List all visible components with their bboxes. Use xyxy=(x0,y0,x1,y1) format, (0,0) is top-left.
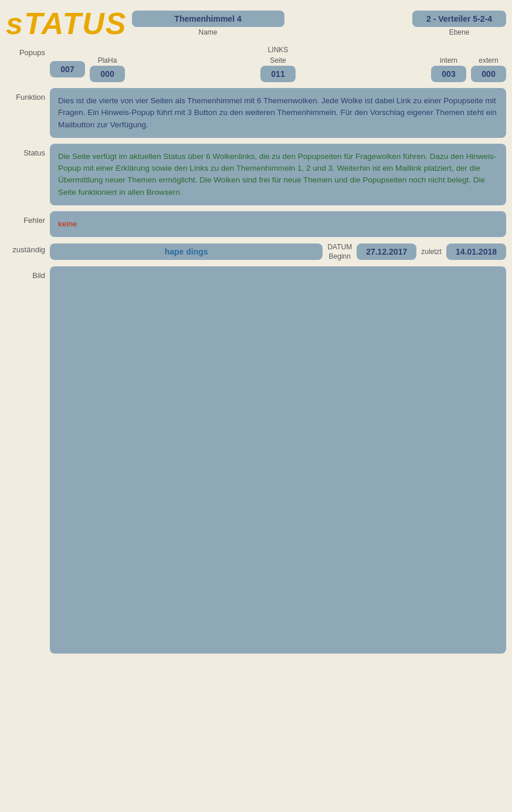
fehler-text: keine xyxy=(50,211,506,237)
intern-group: intern 003 xyxy=(431,56,466,82)
bild-area xyxy=(50,266,506,654)
beginn-label: Beginn xyxy=(329,252,351,260)
status-logo: sTATUS xyxy=(6,6,127,41)
name-value[interactable]: Themenhimmel 4 xyxy=(132,11,284,27)
popup-count-group: 007 xyxy=(50,61,85,77)
zustaendig-label: zuständig xyxy=(6,243,50,254)
popup-count[interactable]: 007 xyxy=(50,61,85,77)
extern-label: extern xyxy=(479,56,498,65)
ebene-group: 2 - Verteiler 5-2-4 Ebene xyxy=(412,11,506,36)
plaha-group: PlaHa 000 xyxy=(90,56,125,82)
intern-label: intern xyxy=(440,56,457,65)
fehler-label: Fehler xyxy=(6,211,50,225)
plaha-value[interactable]: 000 xyxy=(90,66,125,82)
zustaendig-row: zuständig hape dings DATUM Beginn 27.12.… xyxy=(6,243,506,260)
intern-value[interactable]: 003 xyxy=(431,66,466,82)
funktion-row: Funktion Dies ist die vierte von vier Se… xyxy=(6,88,506,138)
bild-label: Bild xyxy=(6,266,50,280)
zuletzt-value[interactable]: 14.01.2018 xyxy=(446,243,506,260)
extern-value[interactable]: 000 xyxy=(471,66,506,82)
ebene-value[interactable]: 2 - Verteiler 5-2-4 xyxy=(412,11,506,27)
funktion-text: Dies ist die vierte von vier Seiten als … xyxy=(50,88,506,138)
popups-row: Popups LINKS 007 PlaHa 000 Seite 011 xyxy=(6,46,506,82)
extern-group: extern 000 xyxy=(471,56,506,82)
page: sTATUS Themenhimmel 4 Name 2 - Verteiler… xyxy=(0,0,512,671)
status-row: Status Die Seite verfügt im aktuellen St… xyxy=(6,144,506,205)
header-row: sTATUS Themenhimmel 4 Name 2 - Verteiler… xyxy=(6,6,506,41)
name-group: Themenhimmel 4 Name xyxy=(132,11,284,36)
datum-label: DATUM xyxy=(327,243,352,251)
seite-value[interactable]: 011 xyxy=(260,66,296,82)
zustaendig-name[interactable]: hape dings xyxy=(50,243,323,260)
seite-label: Seite xyxy=(270,56,286,65)
ebene-label: Ebene xyxy=(449,28,470,36)
beginn-value[interactable]: 27.12.2017 xyxy=(357,243,416,260)
fehler-row: Fehler keine xyxy=(6,211,506,237)
bild-row: Bild xyxy=(6,266,506,654)
zuletzt-label: zuletzt xyxy=(421,248,442,256)
popups-label: Popups xyxy=(6,46,50,57)
links-label: LINKS xyxy=(50,46,506,54)
name-label: Name xyxy=(199,28,218,36)
plaha-label: PlaHa xyxy=(98,56,117,65)
status-label: Status xyxy=(6,144,50,157)
funktion-label: Funktion xyxy=(6,88,50,102)
status-text: Die Seite verfügt im aktuellen Status üb… xyxy=(50,144,506,205)
seite-group: Seite 011 xyxy=(260,56,296,82)
